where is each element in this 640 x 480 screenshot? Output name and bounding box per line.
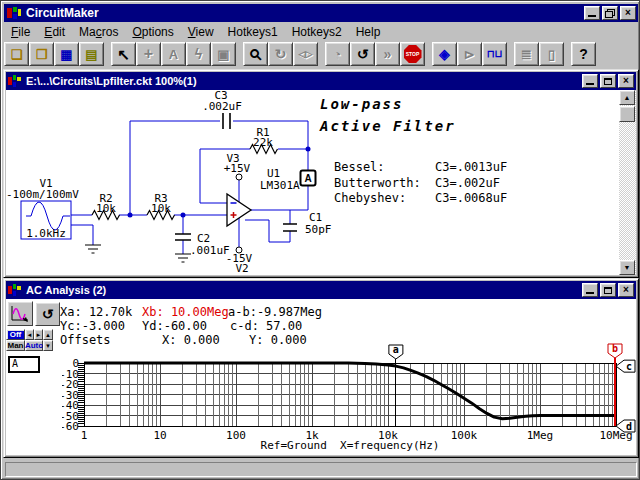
device-select-button[interactable]: ⊳	[457, 42, 482, 66]
save-button[interactable]: ▦	[54, 42, 79, 66]
block-tool-button[interactable]: ▣	[211, 42, 236, 66]
circuit-minimize-button[interactable]	[582, 74, 598, 88]
digital-options-button[interactable]: ⊓⊔	[482, 42, 507, 66]
capacitor-c3[interactable]: C3 .002uF	[202, 90, 242, 129]
probe-a[interactable]: A	[301, 171, 316, 186]
restore-icon	[605, 9, 615, 18]
zoom-tool-button[interactable]: ⚲	[243, 42, 268, 66]
circuit-window[interactable]: E:\...\Circuits\Lpfilter.ckt 100%(1) × V…	[3, 69, 639, 278]
main-title-bar[interactable]: CircuitMaker ×	[4, 4, 638, 22]
analyses-button[interactable]: ◔	[325, 42, 350, 66]
cursor-up-button[interactable]: ▲	[43, 329, 53, 340]
circuit-title-bar[interactable]: E:\...\Circuits\Lpfilter.ckt 100%(1) ×	[6, 72, 636, 90]
new-button[interactable]: ❏	[4, 42, 29, 66]
rotate-tool-button[interactable]: ↻	[268, 42, 293, 66]
ac-window-title: AC Analysis (2)	[26, 284, 106, 296]
menu-help[interactable]: Help	[349, 24, 388, 40]
circuit-close-button[interactable]: ×	[618, 74, 634, 88]
reset-button[interactable]: ↺	[350, 42, 375, 66]
menu-options[interactable]: Options	[125, 24, 180, 40]
c2-value: .001uF	[190, 244, 230, 257]
close-button[interactable]: ×	[620, 6, 636, 20]
select-arrow-button[interactable]: ↖	[111, 42, 136, 66]
vertical-scrollbar[interactable]: ▲ ▼	[619, 90, 636, 275]
open-button[interactable]: ❒	[29, 42, 54, 66]
macro-utilities-button[interactable]: ≣	[514, 42, 539, 66]
probe-tool-button[interactable]: ◈	[432, 42, 457, 66]
ac-close-button[interactable]: ×	[618, 283, 634, 297]
auto-scale-button[interactable]: Auto	[25, 340, 43, 351]
r3-value: 10k	[151, 202, 171, 215]
scroll-thumb[interactable]	[619, 106, 635, 122]
svg-text:a: a	[393, 344, 399, 355]
trace-selector[interactable]: A	[8, 356, 40, 373]
junction-dot	[306, 147, 311, 152]
delete-tool-button[interactable]: ϟ	[186, 42, 211, 66]
save-icon: ▦	[60, 48, 72, 61]
ground-symbol[interactable]	[175, 254, 191, 262]
opamp-u1[interactable]: V3 +15V U1 LM301A -15V V2	[224, 152, 300, 275]
readout-field: c-d: 57.00	[230, 319, 302, 333]
r2-value: 10k	[96, 202, 116, 215]
probe-a-label: A	[304, 173, 311, 184]
annotation-row-name: Chebyshev:	[334, 191, 406, 205]
status-bar	[5, 462, 637, 477]
annotation-title-1: Low-pass	[320, 96, 403, 112]
analysis-window-icon	[8, 284, 22, 296]
ac-maximize-button[interactable]	[600, 283, 616, 297]
help-button[interactable]: ?	[571, 42, 596, 66]
schematic-canvas[interactable]: V1 -100m/100mV 1.0kHz R2 10k R3 10k R1	[6, 90, 621, 275]
menu-edit[interactable]: Edit	[37, 24, 72, 40]
print-button[interactable]: ▤	[79, 42, 104, 66]
minimize-button[interactable]	[584, 6, 600, 20]
refresh-button[interactable]: ↺	[35, 302, 60, 326]
menu-file[interactable]: File	[4, 24, 37, 40]
manual-scale-button[interactable]: Man	[6, 340, 25, 351]
menu-view[interactable]: View	[181, 24, 221, 40]
menu-hotkeys1[interactable]: Hotkeys1	[221, 24, 285, 40]
c3-value: .002uF	[202, 100, 242, 113]
readout-field: Xb: 10.00Meg	[142, 305, 229, 319]
notes-button[interactable]: ▯	[539, 42, 564, 66]
u1-value: LM301A	[260, 179, 300, 192]
readout-field: Yd:-60.00	[142, 319, 207, 333]
delete-tool-icon: ϟ	[195, 47, 202, 61]
waveform-setup-button[interactable]	[7, 301, 33, 326]
resistor-r3[interactable]: R3 10k	[147, 192, 175, 220]
menu-hotkeys2[interactable]: Hotkeys2	[285, 24, 349, 40]
cursor-down-button[interactable]: ▼	[43, 340, 53, 351]
c1-value: 50pF	[305, 223, 332, 236]
mirror-tool-icon: ◁▷	[299, 50, 313, 59]
scroll-down-button[interactable]: ▼	[619, 260, 635, 275]
cursors-off-button[interactable]: Off	[6, 329, 25, 340]
svg-text:d: d	[626, 421, 632, 432]
ac-title-bar[interactable]: AC Analysis (2) ×	[6, 281, 636, 299]
menu-macros[interactable]: Macros	[72, 24, 125, 40]
analyses-icon: ◔	[334, 48, 342, 61]
cursor-right-button[interactable]: ►	[34, 329, 43, 340]
stop-button[interactable]: STOP	[400, 42, 425, 66]
reset-icon: ↺	[357, 47, 369, 61]
text-tool-button[interactable]: A	[161, 42, 186, 66]
mirror-tool-button[interactable]: ◁▷	[293, 42, 318, 66]
scroll-up-button[interactable]: ▲	[619, 90, 635, 105]
readout-field: Xa: 12.70k	[60, 305, 132, 319]
source-v1[interactable]: V1 -100m/100mV 1.0kHz	[6, 177, 79, 240]
x-tick-label: 1	[81, 429, 88, 442]
ground-symbol[interactable]	[85, 245, 101, 253]
x-axis-label: Ref=Ground X=frequency(Hz)	[261, 439, 440, 452]
schematic-area[interactable]: V1 -100m/100mV 1.0kHz R2 10k R3 10k R1	[6, 90, 636, 275]
ac-analysis-window[interactable]: AC Analysis (2) × ↺ Off ◄ ► ▲ Man Auto ▼…	[3, 278, 639, 458]
step-button[interactable]: »	[375, 42, 400, 66]
restore-button[interactable]	[602, 6, 618, 20]
v3-value: +15V	[224, 162, 251, 175]
stop-sign-icon: STOP	[404, 45, 422, 63]
probe-tool-icon: ◈	[439, 47, 450, 61]
wire-tool-button[interactable]: +	[136, 42, 161, 66]
resistor-r1[interactable]: R1 22k	[250, 126, 278, 154]
ac-minimize-button[interactable]	[582, 283, 598, 297]
cursor-left-button[interactable]: ◄	[25, 329, 34, 340]
step-icon: »	[384, 47, 392, 61]
resistor-r2[interactable]: R2 10k	[92, 192, 120, 220]
circuit-maximize-button[interactable]	[600, 74, 616, 88]
